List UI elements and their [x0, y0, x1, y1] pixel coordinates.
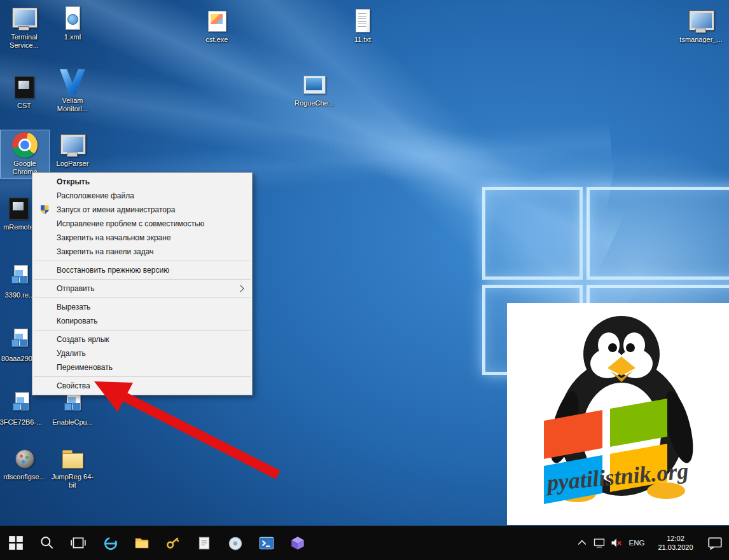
speaker-muted-icon	[610, 536, 623, 549]
tray-clock[interactable]: 12:02 21.03.2020	[649, 526, 702, 560]
menu-item-label: Открыть	[57, 177, 252, 186]
menu-item-label: Расположение файла	[57, 191, 252, 200]
menu-item-label: Закрепить на начальном экране	[57, 233, 252, 242]
exe-file-icon	[203, 8, 231, 34]
menu-item-delete[interactable]: Удалить	[32, 346, 252, 360]
tray-time: 12:02	[649, 534, 702, 543]
tray-language-indicator[interactable]: ENG	[625, 526, 649, 560]
menu-icon-gutter	[32, 205, 57, 215]
xml-file-icon	[59, 6, 87, 31]
tray-show-hidden-icons[interactable]	[573, 536, 590, 549]
veliam-logo-icon	[59, 69, 87, 95]
desktop-icon-11txt[interactable]: 11.txt	[338, 6, 387, 46]
icon-label: 1.xml	[49, 33, 96, 41]
submenu-chevron-icon	[237, 285, 244, 292]
action-center-button[interactable]	[702, 535, 728, 551]
desktop-icon-logparser[interactable]: LogParser	[48, 130, 97, 170]
computer-icon	[10, 6, 38, 31]
menu-item-create-shortcut[interactable]: Создать ярлык	[32, 332, 252, 346]
desktop-icon-cst-exe[interactable]: cst.exe	[193, 6, 241, 46]
menu-item-open[interactable]: Открыть	[32, 175, 252, 189]
internet-explorer-button[interactable]	[95, 526, 126, 560]
registry-file-icon	[6, 264, 34, 289]
powershell-icon	[258, 535, 275, 551]
menu-item-run-as-admin[interactable]: Запуск от имени администратора	[32, 203, 252, 217]
menu-separator	[34, 279, 251, 280]
disc-app-button[interactable]	[219, 526, 251, 560]
menu-separator	[34, 261, 251, 261]
menu-item-label: Исправление проблем с совместимостью	[57, 219, 252, 228]
watermark-image: pyatilistnik.org	[507, 303, 729, 525]
chevron-up-icon	[576, 536, 588, 549]
context-menu: Открыть Расположение файла Запуск от име…	[32, 172, 253, 395]
tray-network-button[interactable]	[590, 536, 608, 549]
menu-item-file-location[interactable]: Расположение файла	[32, 189, 252, 203]
icon-label: JumpReg 64-bit	[49, 473, 96, 489]
folder-icon	[134, 535, 150, 551]
desktop-icon-terminal-service[interactable]: Terminal Service...	[0, 4, 48, 51]
file-explorer-button[interactable]	[126, 526, 157, 560]
desktop-icon-google-chrome[interactable]: Google Chrome	[1, 130, 49, 178]
menu-item-pin-to-start[interactable]: Закрепить на начальном экране	[32, 231, 252, 245]
windows-logo-icon	[8, 535, 24, 551]
wallpaper-window-pane	[482, 187, 583, 280]
menu-item-properties[interactable]: Свойства	[32, 379, 252, 393]
search-icon	[39, 535, 55, 551]
tray-volume-button[interactable]	[608, 536, 625, 549]
search-button[interactable]	[31, 526, 62, 560]
network-monitor-icon	[593, 536, 606, 549]
menu-item-cut[interactable]: Вырезать	[32, 300, 252, 314]
icon-label: Veliam Monitori...	[49, 97, 96, 113]
start-button[interactable]	[0, 526, 31, 560]
folder-icon	[59, 446, 87, 471]
tray-date: 21.03.2020	[649, 543, 702, 552]
icon-label: cst.exe	[193, 36, 240, 44]
task-view-icon	[70, 535, 87, 551]
desktop-icon-1xml[interactable]: 1.xml	[48, 4, 97, 43]
menu-separator	[34, 297, 251, 298]
icon-label: Terminal Service...	[1, 33, 48, 50]
menu-item-label: Запуск от имени администратора	[57, 205, 252, 214]
internet-explorer-icon	[102, 535, 119, 551]
desktop-icon-tsmanager[interactable]: tsmanager_...	[677, 6, 725, 46]
icon-label: tsmanager_...	[677, 36, 725, 44]
keys-app-button[interactable]	[157, 526, 188, 560]
menu-item-compatibility-troubleshoot[interactable]: Исправление проблем с совместимостью	[32, 217, 252, 231]
menu-separator	[34, 330, 251, 331]
icon-label: RogueChe...	[291, 99, 338, 107]
desktop-icon-roguechecker[interactable]: RogueChe...	[290, 70, 338, 109]
menu-item-pin-to-taskbar[interactable]: Закрепить на панели задач	[32, 245, 252, 259]
computer-icon	[59, 132, 87, 158]
icon-label: EnableCpu...	[49, 418, 96, 427]
menu-item-label: Отправить	[57, 284, 238, 293]
desktop-icon-jumpreg[interactable]: JumpReg 64-bit	[48, 444, 97, 491]
icon-label: 3FCE72B6-...	[0, 418, 45, 427]
computer-icon	[687, 8, 715, 34]
icon-label: LogParser	[49, 160, 96, 168]
menu-item-copy[interactable]: Копировать	[32, 314, 252, 328]
txt-file-icon	[349, 8, 377, 34]
menu-item-rename[interactable]: Переименовать	[32, 360, 252, 374]
3d-app-button[interactable]	[282, 526, 313, 560]
menu-item-restore-previous-version[interactable]: Восстановить прежнюю версию	[32, 263, 252, 277]
menu-item-label: Удалить	[57, 349, 252, 358]
notepad-icon	[196, 535, 212, 551]
notification-bubble-icon	[707, 535, 723, 551]
menu-item-label: Вырезать	[57, 303, 252, 311]
task-view-button[interactable]	[62, 526, 94, 560]
menu-separator	[34, 376, 251, 377]
desktop-icon-cst[interactable]: CST	[0, 72, 48, 112]
desktop-icon-veliam[interactable]: Veliam Monitori...	[48, 67, 97, 115]
powershell-button[interactable]	[251, 526, 282, 560]
desktop-icon-rdsconfig[interactable]: rdsconfigse...	[0, 444, 48, 483]
menu-item-send-to[interactable]: Отправить	[32, 282, 252, 296]
cube-icon	[289, 535, 306, 551]
uac-shield-icon	[41, 205, 49, 215]
key-icon	[165, 535, 181, 551]
notepad-app-button[interactable]	[188, 526, 219, 560]
icon-label: CST	[1, 102, 48, 110]
menu-item-label: Свойства	[57, 381, 252, 390]
menu-item-label: Восстановить прежнюю версию	[57, 266, 252, 275]
icon-label: rdsconfigse...	[1, 473, 48, 481]
desktop: Terminal Service... 1.xml cst.exe 11.txt…	[0, 0, 729, 560]
